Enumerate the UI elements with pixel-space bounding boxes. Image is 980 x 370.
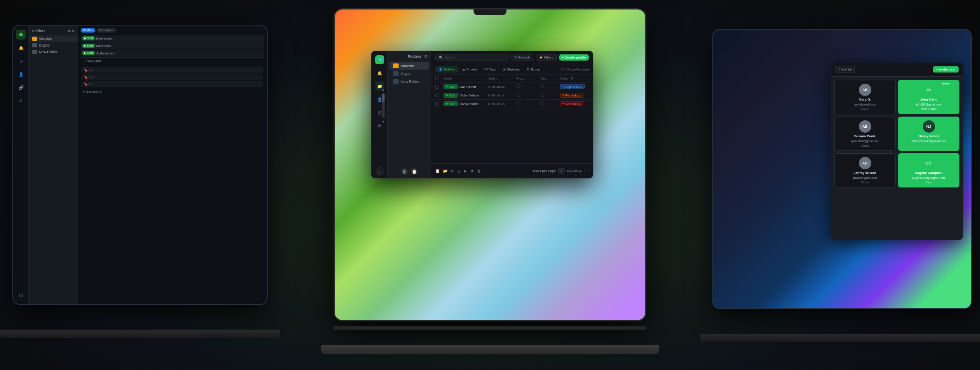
- row2-checkbox[interactable]: [435, 94, 439, 97]
- start-extensions[interactable]: ▶ Start: [82, 36, 95, 40]
- quick-add[interactable]: + Quick Add...: [81, 57, 264, 65]
- col-name-header: Name: [443, 77, 485, 80]
- folder-new[interactable]: New Folder: [29, 49, 78, 55]
- footer-triangle-icon[interactable]: ▶: [464, 169, 467, 173]
- folder-icon-amazon-center: [393, 63, 399, 68]
- row3-checkbox[interactable]: [435, 102, 439, 106]
- row1-proxy[interactable]: [516, 84, 537, 89]
- sidebar-bell[interactable]: 🔔: [375, 68, 384, 77]
- prev-page-btn[interactable]: ‹: [584, 169, 586, 173]
- footer-duplicate-icon[interactable]: ⊕: [451, 169, 454, 173]
- row2-start-btn[interactable]: ▶ Start: [443, 93, 458, 98]
- user-card-nancy[interactable]: NJ Nancy Jones NancyNova12@gmail.com: [898, 117, 959, 151]
- row2-proxy[interactable]: [516, 93, 537, 98]
- row3-proxy[interactable]: [516, 101, 537, 106]
- app-folders-panel: Refresh Folders ⚙ Amazon Crypto: [388, 51, 431, 178]
- tab-profiles[interactable]: 👤 Profiles: [435, 66, 458, 73]
- folder-amazon[interactable]: Amazon: [29, 35, 78, 42]
- sidebar-grid-icon[interactable]: ⊞: [16, 56, 26, 66]
- row2-proxy-dot: [516, 93, 520, 97]
- tab-proxies-icon: ☁: [462, 68, 465, 71]
- start-auth[interactable]: ▶ Start: [82, 51, 95, 55]
- scroll-thumb: [382, 94, 385, 102]
- app-tabs: 👤 Profiles ☁ Proxies 🏷 Tags: [431, 64, 593, 75]
- row3-start-btn[interactable]: ▶ Start: [443, 101, 458, 106]
- row3-tags[interactable]: [540, 101, 557, 106]
- profile-row-metamask[interactable]: ▶ Start MetaMask: [81, 42, 264, 49]
- row1-name: ▶ Start Carl Parker: [443, 84, 485, 89]
- footer-copy-icon[interactable]: 📋: [435, 169, 440, 173]
- bookmark-row-3[interactable]: 🔖 Bat...: [82, 81, 263, 87]
- left-screen: 🔔 ⊞ 👤 🔗 ⚙ ⏻ Folders: [12, 25, 268, 305]
- scroll-down-icon[interactable]: ▼: [382, 120, 385, 124]
- sidebar-power-icon[interactable]: ⏻: [16, 290, 26, 300]
- delete-icon[interactable]: 🗑: [401, 168, 408, 175]
- row1-start-btn[interactable]: ▶ Start: [443, 84, 458, 89]
- tab-statuses[interactable]: ◎ Statuses: [499, 66, 523, 73]
- start-metamask[interactable]: ▶ Start: [82, 44, 95, 48]
- row2-tags[interactable]: [540, 93, 557, 98]
- user-card-jeffrey[interactable]: AB Jeffrey Wilson jlawsc@gmail.com Studi…: [834, 153, 896, 187]
- sort-by-button[interactable]: ↕ Sort by: [835, 66, 855, 73]
- user-card-susana[interactable]: AB Susana Poole spei-8687@gmail.com Clie…: [834, 117, 896, 151]
- row1-note-tag[interactable]: ✏ Login and d...: [560, 84, 585, 89]
- user-email-eugene: EugeneCamp@gmail.com: [912, 176, 946, 179]
- row2-note-tag[interactable]: ✏ Recheck p...: [560, 93, 583, 98]
- folder-icon-new-center: [393, 79, 399, 84]
- sidebar-settings-icon[interactable]: ⚙: [16, 96, 26, 105]
- footer-share-icon[interactable]: ◎: [457, 169, 461, 173]
- scroll-up-icon[interactable]: ▲: [382, 88, 385, 92]
- profile-row-extensions[interactable]: ▶ Start Extensions: [81, 35, 264, 42]
- add-folder-icon[interactable]: ⊕: [68, 29, 71, 33]
- notes-settings-icon[interactable]: ⚙: [571, 77, 574, 80]
- footer-pause-icon[interactable]: ⏸: [470, 169, 474, 173]
- copy-icon[interactable]: 📋: [411, 168, 418, 175]
- sidebar-user-icon[interactable]: 👤: [16, 69, 26, 79]
- left-sidebar: 🔔 ⊞ 👤 🔗 ⚙ ⏻: [13, 26, 29, 304]
- sidebar-bell-icon[interactable]: 🔔: [16, 43, 26, 53]
- tab-proxies[interactable]: ☁ Proxies: [459, 66, 481, 73]
- rows-count-select[interactable]: 5: [558, 168, 564, 173]
- folder-amazon-center[interactable]: Amazon: [390, 62, 429, 70]
- row1-notes: ✏ Login and d...: [560, 84, 589, 89]
- folder-crypto[interactable]: Crypto: [29, 42, 78, 49]
- user-card-mary[interactable]: AB Mary G. terry@gmail.com Owner: [834, 80, 896, 114]
- tab-extensions[interactable]: Extensions: [97, 28, 116, 33]
- profile-name-extensions: Extensions: [96, 37, 112, 40]
- folder-new-center[interactable]: New Folder: [390, 77, 429, 85]
- folder-icon-amazon: [32, 37, 37, 41]
- search-bar[interactable]: 🔍 Search: [435, 54, 509, 61]
- row3-note-tag[interactable]: ✏ Not working...: [560, 101, 585, 106]
- user-grid: AB Mary G. terry@gmail.com Owner JK Invi…: [831, 77, 963, 191]
- settings-folder-icon[interactable]: ⚙: [72, 29, 75, 33]
- footer-folder-icon[interactable]: 📂: [443, 169, 448, 173]
- bookmarks-section-label: ▼ Bookmarks: [81, 90, 264, 94]
- profile-row-auth[interactable]: ▶ Start Authenticator: [81, 50, 264, 56]
- center-laptop-hinge: [334, 326, 646, 330]
- folder-crypto-center[interactable]: Crypto: [390, 70, 429, 77]
- user-card-john[interactable]: JK Invited John Karlo jk-1987@gmail.com …: [898, 80, 959, 114]
- sidebar-link-icon[interactable]: 🔗: [16, 82, 26, 92]
- folders-gear-icon[interactable]: ⚙: [424, 54, 427, 59]
- refresh-button[interactable]: ↻ Refresh: [511, 54, 533, 61]
- footer-delete-icon[interactable]: 🗑: [477, 169, 481, 173]
- bookmark-row-2[interactable]: 🔖 Lin...: [82, 74, 263, 80]
- user-card-eugene[interactable]: EC Eugene Campbell EugeneCamp@gmail.com …: [898, 153, 959, 187]
- next-page-btn[interactable]: ›: [588, 169, 589, 173]
- bookmark-row-1[interactable]: 🔖 Goo...: [82, 67, 263, 73]
- tab-profiles[interactable]: Profiles: [81, 28, 95, 33]
- folder-new-label: New Folder: [39, 50, 58, 54]
- user-role-john: Team Leader: [921, 108, 937, 110]
- footer-icons: 📋 📂 ⊕ ◎ ▶ ⏸ 🗑: [435, 169, 481, 173]
- search-icon: 🔍: [439, 56, 443, 59]
- header-checkbox[interactable]: [435, 77, 439, 80]
- tab-tags[interactable]: 🏷 Tags: [481, 66, 499, 73]
- tab-extras[interactable]: ⚙ Extras: [523, 66, 544, 73]
- row1-checkbox[interactable]: [435, 85, 439, 89]
- row1-tags[interactable]: [540, 84, 557, 89]
- create-profile-button[interactable]: + Create profile: [559, 54, 589, 61]
- filters-button[interactable]: ⚡ Filters: [536, 54, 557, 61]
- folders-bottom-actions: 🗑 📋: [388, 168, 431, 175]
- invite-user-button[interactable]: + Invite user: [933, 66, 959, 73]
- user-name-jeffrey: Jeffrey Wilson: [854, 171, 876, 175]
